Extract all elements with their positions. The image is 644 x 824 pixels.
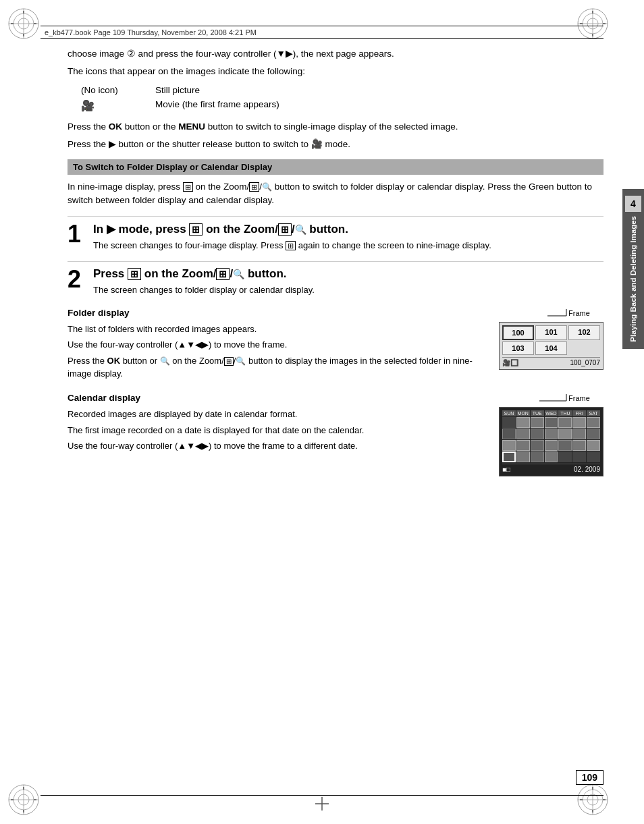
icon-symbol-movie: 🎥 [81,97,142,115]
step2-container: 2 Press ⊞ on the Zoom/⊞/🔍 button. The sc… [68,261,603,297]
folder-body2: Use the four-way controller (▲▼◀▶) to mo… [68,338,488,352]
cal-cell-r2c1 [502,429,516,439]
calendar-body3: Use the four-way controller (▲▼◀▶) to mo… [68,439,488,453]
cal-cell-r3c7 [587,440,600,451]
step2-number: 2 [68,267,88,292]
svg-text:Frame: Frame [568,394,590,402]
cal-cell-r3c5 [558,440,572,451]
cal-row4 [502,451,600,462]
folder-bottom-bar: 🎥🔲 100_0707 [502,357,600,366]
cal-cell-r4c3 [531,451,544,462]
corner-decoration-tl [5,5,43,43]
cal-sat: SAT [587,410,600,416]
cal-cell-r1c1 [502,417,516,428]
chapter-tab: 4 Playing Back and Deleting Images [622,189,644,349]
intro-para2: The icons that appear on the images indi… [68,65,603,78]
cal-cell-r4c1-selected [502,451,516,462]
step1-body: The screen changes to four-image display… [93,239,491,252]
cal-cell-r2c5 [558,429,572,439]
corner-decoration-bl [5,781,43,819]
cal-cell-r2c7 [587,429,600,439]
cal-tue: TUE [531,410,544,416]
calendar-text-col: Calendar display Recorded images are dis… [68,391,488,457]
icon-desc-still: Still picture [155,83,200,98]
step2-body: The screen changes to folder display or … [93,283,315,297]
step1-container: 1 In ▶ mode, press ⊞ on the Zoom/⊞/🔍 but… [68,216,603,252]
main-content: choose image ② and press the four-way co… [68,47,603,784]
section-heading-text: To Switch to Folder Display or Calendar … [73,162,272,172]
cal-wed: WED [545,410,558,416]
cal-cell-r3c6 [572,440,586,451]
top-bar: e_kb477.book Page 109 Thursday, November… [41,26,603,39]
cal-cell-r4c6 [572,451,586,462]
cal-cell-r3c4 [545,440,558,451]
cal-date: 02. 2009 [574,466,600,473]
icon-list: (No icon) Still picture 🎥 Movie (the fir… [81,83,603,115]
cal-cell-r4c4 [545,451,558,462]
step2-title: Press ⊞ on the Zoom/⊞/🔍 button. [93,267,315,281]
icon-label-still: (No icon) [81,83,142,98]
intro-para1: choose image ② and press the four-way co… [68,47,603,61]
calendar-frame-annotation: Frame [499,391,603,406]
section-heading: To Switch to Folder Display or Calendar … [68,159,603,175]
calendar-frame-line-svg: Frame [499,391,603,404]
step1-number: 1 [68,222,88,246]
chapter-title: Playing Back and Deleting Images [628,216,639,342]
folder-cell-101: 101 [535,325,567,340]
cal-cell-r1c6 [572,417,586,428]
cal-row1 [502,417,600,428]
chapter-number: 4 [625,196,641,212]
cal-row3 [502,440,600,451]
folder-body1: The list of folders with recorded images… [68,323,488,336]
folder-cell-100: 100 [502,325,534,340]
folder-cell-102: 102 [568,325,600,340]
cal-cell-r4c7 [587,451,600,462]
cal-mon: MON [516,410,530,416]
cal-cell-r2c4 [545,429,558,439]
folder-frame-line-svg: Frame [499,306,603,319]
calendar-body2: The first image recorded on a date is di… [68,424,488,437]
cal-cell-r2c3 [531,429,544,439]
cal-thu: THU [558,410,572,416]
step1-content: In ▶ mode, press ⊞ on the Zoom/⊞/🔍 butto… [93,222,491,252]
cal-cell-r3c3 [531,440,544,451]
cal-cell-r1c4 [545,417,558,428]
folder-title: Folder display [68,306,488,320]
folder-body3: Press the OK button or 🔍 on the Zoom/⊞/🔍… [68,354,488,381]
corner-decoration-br [574,781,612,819]
folder-display-mockup: 100 101 102 103 104 🎥🔲 100_0707 [499,322,603,370]
calendar-body1: Recorded images are displayed by date in… [68,408,488,421]
para-ok-menu: Press the OK button or the MENU button t… [68,120,603,134]
step2-content: Press ⊞ on the Zoom/⊞/🔍 button. The scre… [93,267,315,297]
svg-text:Frame: Frame [568,309,590,317]
folder-cell-104: 104 [535,341,567,355]
folder-image-col: Frame 100 101 102 103 104 🎥🔲 100_0707 [499,306,603,378]
cal-cell-r2c2 [516,429,530,439]
icon-row-still: (No icon) Still picture [81,83,603,98]
intro-section: choose image ② and press the four-way co… [68,47,603,151]
cal-cell-r3c2 [516,440,530,451]
cal-day-headers: SUN MON TUE WED THU FRI SAT [502,410,600,416]
bottom-border [41,795,603,796]
para-play-mode: Press the ▶ button or the shutter releas… [68,138,603,151]
cal-cell-r4c2 [516,451,530,462]
cal-row2 [502,429,600,439]
cal-sun: SUN [502,410,516,416]
cal-cell-r1c2 [516,417,530,428]
cal-cell-r1c3 [531,417,544,428]
calendar-title: Calendar display [68,391,488,405]
cal-cell-r4c5 [558,451,572,462]
cal-cell-r1c7 [587,417,600,428]
cal-cell-r2c6 [572,429,586,439]
folder-text-col: Folder display The list of folders with … [68,306,488,385]
folder-section-row: Folder display The list of folders with … [68,306,603,385]
icon-desc-movie: Movie (the first frame appears) [155,97,279,112]
calendar-image-col: Frame SUN MON TUE WED THU FRI SAT [499,391,603,476]
bottom-center-crosshair [315,797,329,811]
folder-cell-103: 103 [502,341,534,355]
folder-cell-empty [568,341,600,355]
folder-icons: 🎥🔲 [502,359,518,366]
calendar-display-mockup: SUN MON TUE WED THU FRI SAT [499,407,603,476]
cal-fri: FRI [572,410,586,416]
cal-bottom-icons: ■□ [502,466,510,473]
